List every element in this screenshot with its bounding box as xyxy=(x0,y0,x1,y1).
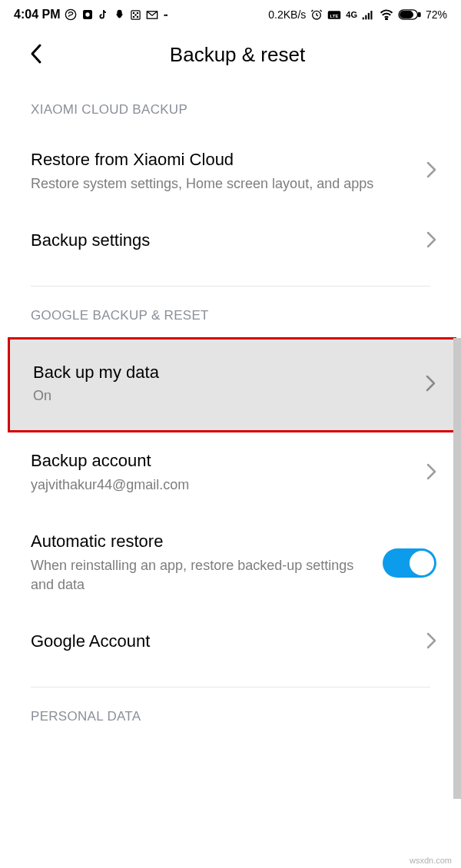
chevron-right-icon xyxy=(426,375,436,395)
svg-point-8 xyxy=(135,14,136,15)
backup-settings-item[interactable]: Backup settings xyxy=(0,212,461,270)
item-title: Back up my data xyxy=(33,361,394,384)
status-right: 0.2KB/s LTE 4G 72% xyxy=(268,8,447,21)
svg-text:LTE: LTE xyxy=(330,13,339,18)
item-subtitle: On xyxy=(33,386,394,406)
item-subtitle: When reinstalling an app, restore backed… xyxy=(31,556,361,595)
section-xiaomi-cloud: XIAOMI CLOUD BACKUP xyxy=(0,81,461,131)
section-personal-data: PERSONAL DATA xyxy=(0,687,461,738)
automatic-restore-toggle[interactable] xyxy=(383,548,436,578)
google-account-item[interactable]: Google Account xyxy=(0,613,461,671)
status-bar: 4:04 PM ·· 0.2KB/s LTE 4G 72% xyxy=(0,0,461,29)
watermark: wsxdn.com xyxy=(410,856,452,865)
item-subtitle: Restore system settings, Home screen lay… xyxy=(31,174,393,194)
more-icon: ·· xyxy=(163,8,166,22)
back-button[interactable] xyxy=(29,43,43,68)
whatsapp-icon xyxy=(65,8,77,21)
battery-icon xyxy=(398,9,421,20)
status-time: 4:04 PM xyxy=(14,8,60,22)
gmail-icon xyxy=(146,10,158,20)
svg-point-5 xyxy=(138,12,138,13)
svg-rect-13 xyxy=(363,18,364,20)
svg-point-7 xyxy=(138,16,138,17)
item-title: Backup account xyxy=(31,449,393,472)
section-google-backup: GOOGLE BACKUP & RESET xyxy=(0,287,461,337)
signal-icon xyxy=(362,9,375,20)
chevron-right-icon xyxy=(426,161,436,181)
item-subtitle: yajvithakur44@gmail.com xyxy=(31,475,393,495)
wifi-icon xyxy=(380,9,393,20)
backup-my-data-item[interactable]: Back up my data On xyxy=(8,337,456,433)
svg-rect-20 xyxy=(400,12,413,18)
page-title: Backup & reset xyxy=(29,43,446,67)
app-icon xyxy=(81,8,94,21)
network-type: 4G xyxy=(346,10,357,19)
svg-rect-15 xyxy=(368,13,370,20)
chevron-right-icon xyxy=(426,231,436,251)
backup-account-item[interactable]: Backup account yajvithakur44@gmail.com xyxy=(0,432,461,513)
alarm-icon xyxy=(310,8,323,21)
chevron-right-icon xyxy=(426,632,436,652)
toggle-knob xyxy=(410,551,434,575)
svg-point-6 xyxy=(134,16,134,17)
svg-rect-19 xyxy=(418,12,420,16)
svg-point-4 xyxy=(134,12,134,13)
restore-xiaomi-cloud-item[interactable]: Restore from Xiaomi Cloud Restore system… xyxy=(0,131,461,212)
scrollbar[interactable] xyxy=(453,338,461,799)
page-header: Backup & reset xyxy=(0,29,461,81)
svg-point-2 xyxy=(86,12,90,16)
status-left: 4:04 PM ·· xyxy=(14,8,167,22)
settings-content: XIAOMI CLOUD BACKUP Restore from Xiaomi … xyxy=(0,81,461,738)
svg-rect-16 xyxy=(370,11,372,19)
snapchat-icon xyxy=(114,8,125,21)
data-speed: 0.2KB/s xyxy=(268,8,306,21)
tiktok-icon xyxy=(98,8,109,21)
item-title: Google Account xyxy=(31,630,393,653)
volte-icon: LTE xyxy=(327,10,341,20)
item-title: Automatic restore xyxy=(31,530,361,553)
svg-rect-14 xyxy=(365,15,366,20)
item-title: Backup settings xyxy=(31,229,393,252)
svg-point-17 xyxy=(386,18,387,20)
chevron-right-icon xyxy=(426,463,436,483)
grid-icon xyxy=(130,9,141,21)
automatic-restore-item[interactable]: Automatic restore When reinstalling an a… xyxy=(0,513,461,613)
battery-percent: 72% xyxy=(426,8,447,21)
item-title: Restore from Xiaomi Cloud xyxy=(31,148,393,171)
